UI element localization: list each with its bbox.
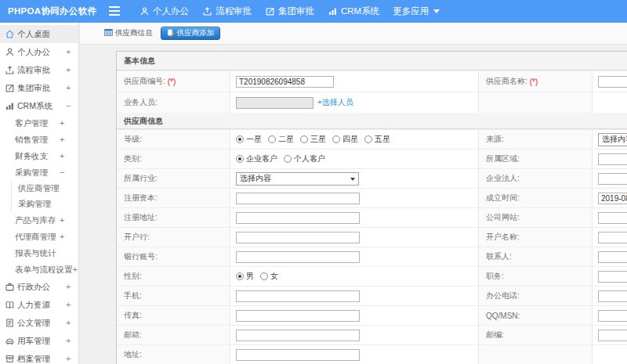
sidebar-item-agent-mgmt[interactable]: 代理商管理 + [0,229,78,245]
sidebar-item-customer-mgmt[interactable]: 客户管理 + [0,115,78,132]
field-cell [593,306,627,325]
field-label: 类别: [117,150,230,168]
expand-toggle[interactable]: + [66,61,71,79]
field-cell [593,169,627,188]
sidebar-item-document-mgmt[interactable]: 公文管理 + [0,314,78,332]
radio-option-company[interactable]: 企业客户 [236,153,277,164]
radio-icon[interactable] [236,135,244,143]
founded-date-input[interactable] [598,193,627,204]
sidebar-item-reports[interactable]: 报表与统计 [0,245,78,261]
sidebar-item-supplier-mgmt[interactable]: 供应商管理 [12,181,78,196]
radio-option-individual[interactable]: 个人客户 [284,153,325,164]
expand-toggle[interactable]: + [66,43,71,61]
fax-input[interactable] [236,310,360,322]
supplier-code-input[interactable] [236,76,334,88]
expand-toggle[interactable]: + [60,212,64,229]
radio-option-two-star[interactable]: 二星 [268,134,294,145]
radio-option-five-star[interactable]: 五星 [364,134,390,145]
expand-toggle[interactable]: + [60,132,64,148]
topnav-personal-office[interactable]: 个人办公 [140,5,189,17]
tab-supplier-add[interactable]: 供应商添加 [161,27,221,40]
expand-toggle[interactable]: + [66,314,71,332]
sidebar-item-personal-office[interactable]: 个人办公 + [0,43,78,61]
sidebar-item-group-approval[interactable]: 集团审批 + [0,79,78,97]
staff-input[interactable] [236,97,314,109]
industry-select[interactable]: 选择内容 [236,172,359,186]
supplier-name-input[interactable] [598,76,627,88]
sidebar-item-product-inventory[interactable]: 产品与库存 + [0,212,78,229]
tab-bar: 供应商信息 供应商添加 [80,23,627,45]
expand-toggle[interactable]: + [66,296,71,314]
topnav-more-apps[interactable]: 更多应用 [393,5,440,17]
zipcode-input[interactable] [598,330,627,341]
office-phone-input[interactable] [598,290,627,302]
sidebar-item-hr[interactable]: 人力资源 + [0,296,78,314]
sidebar-item-sales-mgmt[interactable]: 销售管理 + [0,132,78,148]
sidebar-item-crm-system[interactable]: CRM系统 − [0,97,78,115]
tab-supplier-list[interactable]: 供应商信息 [104,28,153,38]
app-logo: PHPOA协同办公软件 [8,0,96,23]
radio-option-female[interactable]: 女 [260,271,278,282]
radio-option-one-star[interactable]: 一星 [236,134,262,145]
website-input[interactable] [598,212,627,224]
radio-icon[interactable] [300,135,308,143]
collapse-toggle[interactable]: − [66,97,71,115]
field-cell [593,326,627,344]
sidebar-item-vehicle-mgmt[interactable]: 用车管理 + [0,332,78,350]
bank-account-name-input[interactable] [598,232,627,243]
menu-toggle-icon[interactable] [109,6,120,16]
radio-icon[interactable] [236,155,244,163]
category-radio-group: 企业客户 个人客户 [236,153,332,164]
expand-toggle[interactable]: + [60,148,64,164]
registered-capital-input[interactable] [236,193,360,204]
sidebar-item-admin-office[interactable]: 行政办公 + [0,278,78,296]
position-input[interactable] [598,271,627,283]
bank-input[interactable] [236,232,360,243]
sidebar-item-purchase-sub[interactable]: 采购管理 [12,196,78,212]
required-mark: (*) [168,77,176,86]
topnav-workflow-approval[interactable]: 流程审批 [202,5,252,17]
qq-msn-input[interactable] [598,310,627,322]
source-select[interactable]: 选择内容 [598,133,627,146]
radio-option-male[interactable]: 男 [236,271,254,282]
email-input[interactable] [236,330,360,341]
radio-icon[interactable] [284,155,292,163]
address-input[interactable] [236,349,360,361]
pick-staff-link[interactable]: +选择人员 [317,97,353,108]
sidebar-item-personal-desktop[interactable]: 个人桌面 [0,25,78,43]
field-cell [593,208,627,227]
sidebar-item-purchase-mgmt[interactable]: 采购管理 − [0,164,78,181]
sidebar-item-form-flow-settings[interactable]: 表单与流程设置 + [0,261,78,278]
contact-input[interactable] [598,251,627,263]
legal-person-input[interactable] [598,173,627,185]
field-label: 所属区域: [479,150,593,168]
radio-icon[interactable] [236,272,244,280]
collapse-toggle[interactable]: − [60,164,64,181]
topnav-group-approval[interactable]: 集团审批 [265,5,314,17]
radio-icon[interactable] [364,135,372,143]
bank-account-input[interactable] [236,251,360,263]
expand-toggle[interactable]: + [66,332,71,350]
field-label: 性别: [117,267,230,286]
form-row: 注册资本: 成立时间: [117,188,627,207]
registered-address-input[interactable] [236,212,360,224]
radio-icon[interactable] [268,135,276,143]
expand-toggle[interactable]: + [66,79,71,97]
sidebar-item-archive-mgmt[interactable]: 档案管理 + [0,350,78,364]
expand-toggle[interactable]: + [66,278,71,296]
radio-option-three-star[interactable]: 三星 [300,134,326,145]
expand-toggle[interactable]: + [60,229,64,245]
expand-toggle[interactable]: + [60,115,64,132]
mobile-input[interactable] [236,290,360,302]
radio-icon[interactable] [332,135,340,143]
sidebar-item-finance[interactable]: 财务收支 + [0,148,78,164]
field-label: 银行账号: [117,247,230,266]
radio-icon[interactable] [260,272,268,280]
chart-icon [5,101,15,111]
expand-toggle[interactable]: + [66,350,71,364]
sidebar-item-workflow-approval[interactable]: 流程审批 + [0,61,78,79]
radio-option-four-star[interactable]: 四星 [332,134,358,145]
region-input[interactable] [598,153,627,165]
topnav-crm-system[interactable]: CRM系统 [328,5,379,17]
expand-toggle[interactable]: + [73,261,78,278]
